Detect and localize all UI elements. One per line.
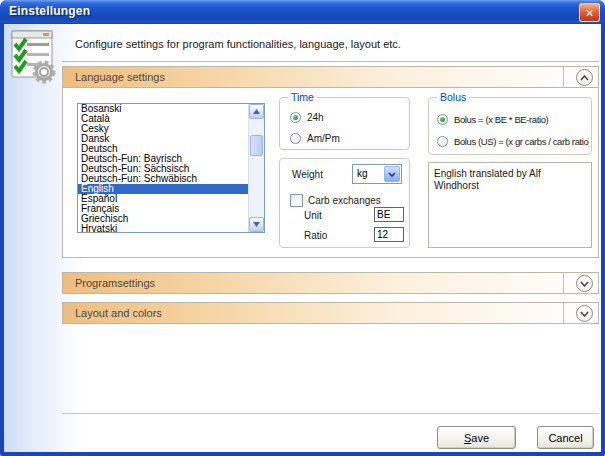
radio-ampm[interactable] [290,133,301,144]
section-header-programsettings[interactable]: Programsettings [62,272,599,294]
close-icon: ✕ [585,7,594,19]
ratio-input[interactable] [374,227,404,242]
translation-note: English translated by Alf Windhorst [434,168,541,191]
triangle-up-icon [253,109,260,114]
bar-divider [563,273,564,293]
section-label: Programsettings [63,277,155,289]
scroll-up-button[interactable] [249,104,264,119]
weight-value: kg [357,168,368,179]
radio-bolus-us[interactable] [437,136,448,147]
radio-ampm-label[interactable]: Am/Pm [307,133,340,144]
section-label: Language settings [63,71,165,83]
language-list: BosanskiCatalàCeskyDanskDeutschDeutsch-F… [78,104,248,232]
unit-input[interactable] [374,207,404,222]
radio-24h[interactable] [290,112,301,123]
chevron-up-icon [580,75,589,81]
gear-icon [35,63,53,81]
weight-combobox[interactable]: kg [352,164,402,184]
radio-bolus-us-label[interactable]: Bolus (US) = (x gr carbs / carb ratio) [454,136,589,147]
unit-label: Unit [304,210,322,221]
weight-label: Weight [292,169,323,180]
bolus-group-title: Bolus [437,91,469,103]
language-listbox[interactable]: BosanskiCatalàCeskyDanskDeutschDeutsch-F… [77,103,265,233]
radio-bolus-be[interactable] [437,114,448,125]
scroll-down-button[interactable] [249,217,264,232]
header-description: Configure settings for program functiona… [75,38,401,50]
bar-divider [563,67,564,87]
language-settings-panel: BosanskiCatalàCeskyDanskDeutschDeutsch-F… [62,88,599,258]
language-list-scrollbar[interactable] [248,104,264,232]
bar-divider [563,303,564,323]
dialog-body: Configure settings for program functiona… [4,24,601,452]
scrollbar-thumb[interactable] [250,135,263,156]
bolus-group: Bolus Bolus = (x BE * BE-ratio) Bolus (U… [428,97,592,155]
chevron-down-icon [580,281,589,287]
save-button[interactable]: Save [437,426,516,449]
settings-dialog: Einstellungen ✕ [0,0,605,456]
section-header-language-settings[interactable]: Language settings [62,66,599,88]
section-label: Layout and colors [63,307,162,319]
weight-group: Weight kg Carb exchanges Unit Ratio [279,158,410,248]
language-list-item[interactable]: Hrvatski [78,224,248,233]
collapse-language-settings-button[interactable] [576,69,593,86]
chevron-down-icon[interactable] [384,166,400,182]
ratio-label: Ratio [304,230,327,241]
carb-exchanges-label[interactable]: Carb exchanges [308,195,381,206]
carb-exchanges-checkbox[interactable] [290,194,303,207]
header-separator [62,61,599,62]
triangle-down-icon [253,222,260,227]
close-button[interactable]: ✕ [579,3,600,22]
expand-layout-and-colors-button[interactable] [576,305,593,322]
cancel-button[interactable]: Cancel [537,426,594,449]
time-group: Time 24h Am/Pm [279,97,410,150]
translation-note-box: English translated by Alf Windhorst [428,162,592,248]
titlebar[interactable]: Einstellungen ✕ [0,0,605,24]
radio-bolus-be-label[interactable]: Bolus = (x BE * BE-ratio) [454,114,548,125]
expand-programsettings-button[interactable] [576,275,593,292]
settings-icon [11,29,57,85]
time-group-title: Time [288,91,317,103]
chevron-down-icon [580,311,589,317]
footer-separator [62,413,599,414]
section-header-layout-and-colors[interactable]: Layout and colors [62,302,599,324]
window-title: Einstellungen [9,4,90,18]
radio-24h-label[interactable]: 24h [307,112,324,123]
